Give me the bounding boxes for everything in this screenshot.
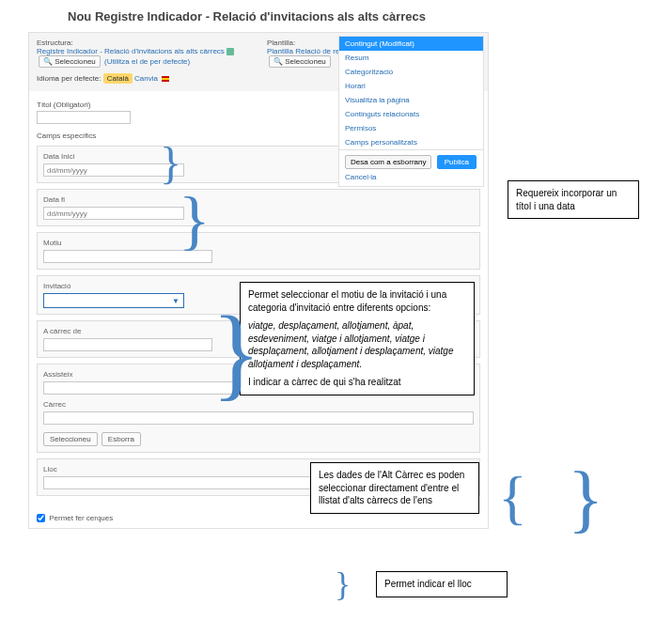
estructura-label: Estructura: [37,39,250,47]
idioma-badge: Català [103,73,133,84]
side-visualitza[interactable]: Visualitza la pàgina [339,93,483,107]
motiu-label: Motiu [43,239,474,247]
permet-cerques-label: Permet fer cerques [49,514,113,522]
brace-icon: } [498,468,527,528]
publica-button[interactable]: Publica [437,155,477,169]
field-data-fi: Data fi [37,189,480,226]
idioma-label: Idioma per defecte: [37,74,101,83]
seleccioneu-plantilla-button[interactable]: 🔍 Seleccioneu [269,55,331,68]
brace-icon: } [568,460,603,535]
side-panel: Contingut (Modificat) Resum Categoritzac… [338,36,484,187]
brace-icon: } [211,301,261,404]
edit-icon[interactable] [227,48,234,55]
canvia-link[interactable]: Canvia [134,74,158,83]
carrec-input[interactable] [43,411,474,425]
estructura-link[interactable]: Registre Indicador - Relació d'invitacio… [37,47,225,55]
annotation-lloc: Permet indicar el lloc [376,571,508,597]
permet-cerques-checkbox[interactable] [37,514,45,522]
desa-button[interactable]: Desa com a esborrany [345,155,431,169]
annotation-altcarrec: Les dades de l'Alt Càrrec es poden selec… [310,462,479,514]
data-fi-label: Data fi [43,195,474,204]
side-resum[interactable]: Resum [339,51,483,65]
side-categoritzacio[interactable]: Categorització [339,65,483,79]
side-horari[interactable]: Horari [339,79,483,93]
page-title: Nou Registre Indicador - Relació d'invit… [0,0,672,31]
chevron-down-icon: ▼ [172,297,180,305]
side-relacionats[interactable]: Continguts relacionats [339,107,483,121]
cancel-link[interactable]: Cancel·la [345,173,477,181]
side-contingut[interactable]: Contingut (Modificat) [339,37,483,51]
acarrec-input[interactable] [43,338,212,351]
brace-icon: } [335,567,351,601]
flag-icon [162,76,169,82]
side-permisos[interactable]: Permisos [339,121,483,135]
permet-cerques-row: Permet fer cerques [29,511,488,528]
field-motiu: Motiu [37,232,480,270]
esborra-button[interactable]: Esborra [102,432,141,446]
brace-icon: } [160,141,181,186]
titol-input[interactable] [37,111,131,124]
data-fi-input[interactable] [43,207,184,220]
side-camps[interactable]: Camps personalitzats [339,135,483,149]
annotation-titol: Requereix incorporar un títol i una data [508,180,639,219]
utilitza-default-link[interactable]: (Utilitza el de per defecte) [104,57,190,66]
seleccioneu-estructura-button[interactable]: 🔍 Seleccioneu [39,55,101,68]
annotation-motiu: Permet seleccionar el motiu de la invita… [240,282,475,395]
invitacio-select[interactable]: ▼ [43,293,184,308]
seleccioneu-button[interactable]: Seleccioneu [43,432,98,446]
brace-icon: } [179,188,211,254]
